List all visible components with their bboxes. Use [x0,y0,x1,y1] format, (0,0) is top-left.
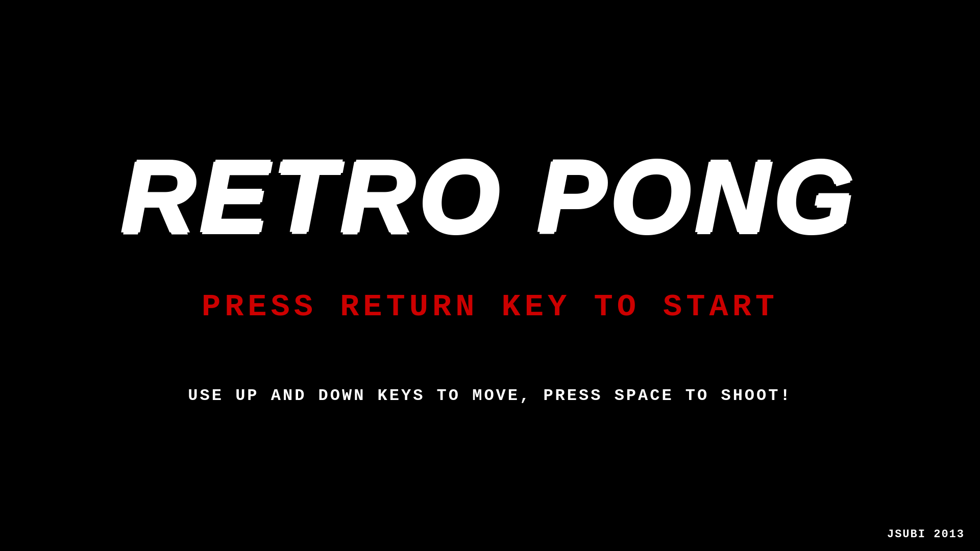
press-start-text: PRESS RETURN KEY TO START [202,289,778,325]
game-title: RETRO PONG [121,146,859,248]
credit-text: JSUBI 2013 [887,528,965,541]
game-screen: RETRO PONG PRESS RETURN KEY TO START USE… [0,0,980,551]
instructions-text: USE UP AND DOWN KEYS TO MOVE, PRESS SPAC… [188,386,792,405]
